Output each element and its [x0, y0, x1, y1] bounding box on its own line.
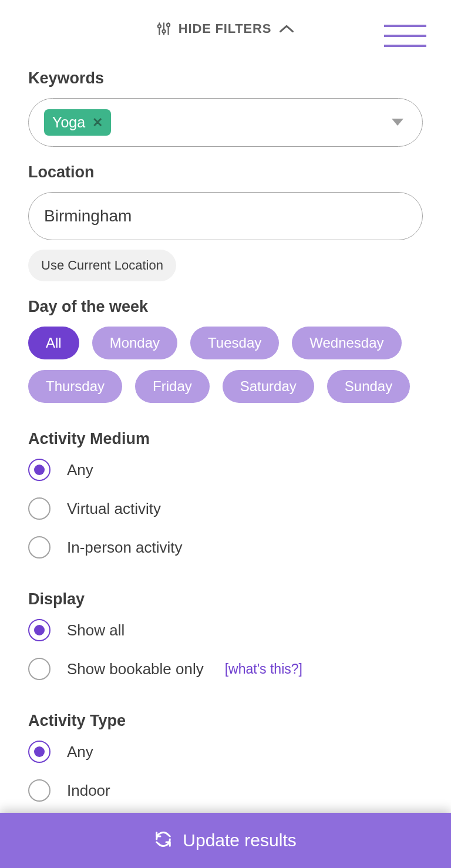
radio-icon — [28, 497, 51, 520]
day-of-week-title: Day of the week — [28, 298, 423, 316]
activity-medium-option-label: Virtual activity — [67, 500, 161, 518]
filters-content: Keywords Yoga ✕ Location Birmingham Use … — [0, 47, 451, 868]
location-title: Location — [28, 163, 423, 181]
use-current-location-button[interactable]: Use Current Location — [28, 250, 176, 281]
activity-medium-option[interactable]: Virtual activity — [28, 497, 423, 520]
activity-medium-title: Activity Medium — [28, 430, 423, 448]
day-of-week-options: AllMondayTuesdayWednesdayThursdayFridayS… — [28, 327, 423, 403]
update-results-label: Update results — [183, 830, 296, 850]
activity-type-options: AnyIndoor — [28, 741, 423, 802]
activity-medium-options: AnyVirtual activityIn-person activity — [28, 459, 423, 559]
day-pill-monday[interactable]: Monday — [92, 327, 177, 359]
radio-icon — [28, 459, 51, 481]
menu-button[interactable] — [384, 25, 426, 47]
filters-header: HIDE FILTERS — [0, 0, 451, 47]
radio-icon — [28, 619, 51, 641]
sliders-icon — [156, 21, 171, 36]
day-pill-sunday[interactable]: Sunday — [327, 370, 410, 403]
display-options: Show allShow bookable only[what's this?] — [28, 619, 423, 680]
activity-medium-option-label: Any — [67, 461, 93, 479]
radio-icon — [28, 536, 51, 559]
day-pill-all[interactable]: All — [28, 327, 79, 359]
radio-icon — [28, 779, 51, 802]
location-value: Birmingham — [44, 207, 132, 226]
radio-icon — [28, 741, 51, 763]
display-option[interactable]: Show all — [28, 619, 423, 641]
display-option-label: Show all — [67, 621, 124, 640]
activity-type-option[interactable]: Indoor — [28, 779, 423, 802]
chevron-up-icon — [278, 23, 295, 34]
dropdown-caret-icon[interactable] — [392, 117, 403, 128]
hide-filters-toggle[interactable]: HIDE FILTERS — [156, 21, 295, 36]
refresh-icon — [154, 830, 172, 850]
day-pill-wednesday[interactable]: Wednesday — [292, 327, 401, 359]
activity-type-title: Activity Type — [28, 712, 423, 730]
keywords-title: Keywords — [28, 69, 423, 88]
display-option-label: Show bookable only — [67, 660, 204, 678]
svg-marker-6 — [392, 119, 403, 126]
activity-type-option-label: Indoor — [67, 782, 110, 800]
display-option[interactable]: Show bookable only[what's this?] — [28, 658, 423, 680]
day-pill-tuesday[interactable]: Tuesday — [190, 327, 279, 359]
activity-type-option[interactable]: Any — [28, 741, 423, 763]
keyword-tag[interactable]: Yoga ✕ — [44, 109, 111, 136]
svg-point-3 — [162, 30, 165, 33]
radio-icon — [28, 658, 51, 680]
activity-medium-option[interactable]: In-person activity — [28, 536, 423, 559]
svg-point-1 — [158, 25, 161, 28]
hide-filters-label: HIDE FILTERS — [179, 21, 271, 36]
remove-tag-icon[interactable]: ✕ — [92, 116, 103, 129]
activity-type-option-label: Any — [67, 743, 93, 761]
location-input[interactable]: Birmingham — [28, 192, 423, 240]
keyword-tag-label: Yoga — [52, 114, 85, 131]
whats-this-link[interactable]: [what's this?] — [225, 661, 302, 677]
update-results-button[interactable]: Update results — [0, 813, 451, 868]
svg-point-5 — [167, 23, 170, 26]
activity-medium-option-label: In-person activity — [67, 539, 183, 557]
keywords-input[interactable]: Yoga ✕ — [28, 98, 423, 147]
display-title: Display — [28, 590, 423, 608]
day-pill-friday[interactable]: Friday — [135, 370, 210, 403]
day-pill-thursday[interactable]: Thursday — [28, 370, 122, 403]
day-pill-saturday[interactable]: Saturday — [223, 370, 314, 403]
activity-medium-option[interactable]: Any — [28, 459, 423, 481]
